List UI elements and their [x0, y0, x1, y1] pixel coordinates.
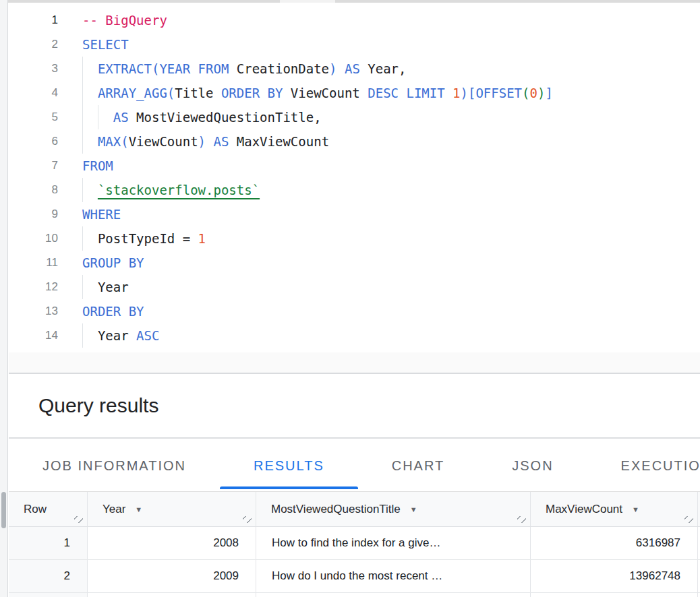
- sort-arrow-icon[interactable]: ▼: [135, 505, 142, 513]
- tab-label: CHART: [392, 458, 445, 474]
- code-token: ) AS: [329, 61, 368, 76]
- code-token: Year: [98, 280, 129, 294]
- code-line-text: ARRAY_AGG(Title ORDER BY ViewCount DESC …: [82, 81, 553, 105]
- code-line-text: `stackoverflow.posts`: [82, 178, 260, 202]
- indent-guide: [82, 178, 98, 202]
- left-panel-edge: [0, 0, 8, 597]
- column-resize-handle[interactable]: [243, 516, 252, 523]
- column-header-label: Row: [24, 503, 47, 516]
- code-token: ): [537, 86, 545, 100]
- cell-year: [88, 593, 256, 597]
- code-token: Year,: [368, 61, 406, 76]
- code-token: ORDER BY: [82, 304, 144, 319]
- code-line: 10PostTypeId = 1: [9, 226, 700, 251]
- line-number: 8: [9, 178, 58, 202]
- tab-execution-details[interactable]: EXECUTION DETAILS: [587, 440, 700, 491]
- code-line: 3EXTRACT(YEAR FROM CreationDate) AS Year…: [9, 57, 700, 81]
- code-token: FROM: [82, 158, 113, 173]
- code-line: 1-- BigQuery: [9, 8, 700, 32]
- results-table: RowYear▼MostViewedQuestionTitle▼MaxViewC…: [9, 492, 700, 597]
- code-token: ASC: [136, 328, 159, 343]
- code-line: 8`stackoverflow.posts`: [9, 178, 700, 202]
- indent-guide: [82, 226, 98, 251]
- query-results-panel: Query results: [9, 374, 700, 439]
- code-line: 9WHERE: [9, 202, 700, 226]
- line-number: 7: [9, 154, 58, 178]
- sort-arrow-icon[interactable]: ▼: [410, 505, 417, 513]
- vertical-scrollbar-thumb[interactable]: [1, 492, 6, 528]
- code-line: 11GROUP BY: [9, 251, 700, 275]
- line-number: 4: [9, 81, 58, 105]
- column-header-year[interactable]: Year▼: [88, 492, 256, 526]
- tab-results[interactable]: RESULTS: [220, 440, 358, 491]
- results-tab-bar: JOB INFORMATIONRESULTSCHARTJSONEXECUTION…: [9, 440, 700, 492]
- column-header-mostviewedquestiontitle[interactable]: MostViewedQuestionTitle▼: [256, 492, 531, 526]
- code-token: EXTRACT(YEAR FROM: [98, 61, 237, 76]
- table-header-row: RowYear▼MostViewedQuestionTitle▼MaxViewC…: [9, 492, 700, 527]
- cell-year: 2009: [88, 560, 256, 592]
- table-row: 22009How do I undo the most recent …1396…: [9, 560, 700, 593]
- code-line-text: MAX(ViewCount) AS MaxViewCount: [82, 129, 329, 154]
- column-resize-handle[interactable]: [517, 516, 526, 523]
- cell-maxviewcount: 6316987: [531, 527, 698, 559]
- code-line-text: AS MostViewedQuestionTitle,: [82, 105, 322, 129]
- tab-json[interactable]: JSON: [478, 440, 587, 491]
- code-token: WHERE: [82, 207, 121, 222]
- tab-chart[interactable]: CHART: [358, 440, 479, 491]
- tab-label: JOB INFORMATION: [42, 458, 186, 474]
- sql-editor[interactable]: 1-- BigQuery2SELECT3EXTRACT(YEAR FROM Cr…: [9, 3, 700, 352]
- column-header-label: MaxViewCount: [546, 503, 622, 516]
- tab-job-information[interactable]: JOB INFORMATION: [9, 440, 220, 491]
- cell-maxviewcount: [531, 593, 698, 597]
- indent-guide: [82, 105, 98, 129]
- column-header-label: MostViewedQuestionTitle: [271, 503, 401, 516]
- query-results-title: Query results: [9, 394, 158, 417]
- code-line: 14Year ASC: [9, 323, 700, 348]
- line-number: 6: [9, 129, 58, 154]
- code-token: ARRAY_AGG(: [98, 86, 175, 100]
- column-resize-handle[interactable]: [74, 516, 83, 523]
- indent-guide: [82, 275, 98, 299]
- code-token: (: [522, 86, 529, 100]
- code-line: 2SELECT: [9, 32, 700, 57]
- tab-label: JSON: [512, 458, 553, 474]
- line-number: 10: [9, 226, 58, 251]
- column-header-row: Row: [9, 492, 88, 526]
- active-tab-indicator: [220, 486, 358, 489]
- code-token: 0: [530, 86, 537, 100]
- table-row: 12008How to find the index for a give…63…: [9, 527, 700, 560]
- code-line-text: WHERE: [82, 202, 121, 226]
- line-number: 14: [9, 323, 58, 348]
- panel-splitter[interactable]: [9, 352, 700, 374]
- column-resize-handle[interactable]: [684, 516, 693, 523]
- code-token: SELECT: [82, 37, 129, 52]
- sort-arrow-icon[interactable]: ▼: [632, 505, 639, 513]
- code-line-text: Year ASC: [82, 323, 159, 348]
- column-header-maxviewcount[interactable]: MaxViewCount▼: [531, 492, 698, 526]
- indent-guide: [98, 105, 113, 129]
- code-token: 1: [453, 86, 460, 100]
- cell-mostviewedquestiontitle: How do I undo the most recent …: [256, 560, 531, 592]
- row-number-cell: 2: [9, 560, 88, 592]
- code-token: CreationDate: [237, 61, 329, 76]
- cell-mostviewedquestiontitle: [256, 593, 531, 597]
- code-token: )[OFFSET: [461, 86, 523, 100]
- code-line-text: EXTRACT(YEAR FROM CreationDate) AS Year,: [82, 57, 406, 81]
- indent-guide: [82, 323, 98, 348]
- tab-label: EXECUTION DETAILS: [621, 458, 700, 474]
- table-row: [9, 593, 700, 597]
- code-line-text: FROM: [82, 154, 113, 178]
- code-token: DESC LIMIT: [360, 86, 453, 100]
- code-line-text: ORDER BY: [82, 299, 144, 323]
- cell-maxviewcount: 13962748: [531, 560, 698, 592]
- cell-mostviewedquestiontitle: How to find the index for a give…: [256, 527, 531, 559]
- code-token: MAX(: [98, 134, 129, 149]
- code-line: 13ORDER BY: [9, 299, 700, 323]
- code-token: MostViewedQuestionTitle,: [136, 110, 322, 125]
- row-number-cell: 1: [9, 527, 88, 559]
- code-token: ) AS: [198, 134, 237, 149]
- indent-guide: [82, 81, 98, 105]
- line-number: 5: [9, 105, 58, 129]
- code-token: ViewCount: [129, 134, 198, 149]
- line-number: 13: [9, 299, 58, 323]
